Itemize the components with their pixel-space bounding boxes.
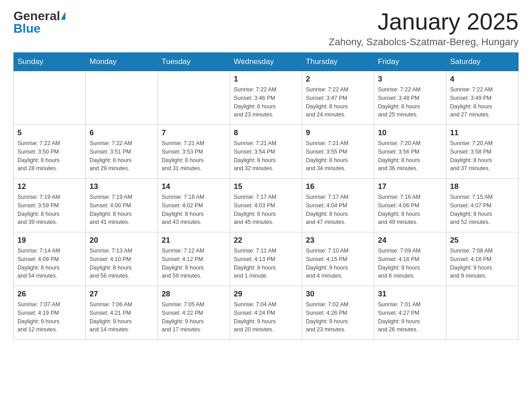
calendar-cell <box>446 286 519 340</box>
day-info: Sunrise: 7:06 AM Sunset: 4:21 PM Dayligh… <box>90 300 154 334</box>
calendar-cell: 3Sunrise: 7:22 AM Sunset: 3:48 PM Daylig… <box>374 71 446 125</box>
day-number: 5 <box>17 128 82 137</box>
calendar-subtitle: Zahony, Szabolcs-Szatmar-Bereg, Hungary <box>329 36 519 48</box>
calendar-cell: 1Sunrise: 7:22 AM Sunset: 3:46 PM Daylig… <box>230 71 302 125</box>
calendar-cell: 12Sunrise: 7:19 AM Sunset: 3:59 PM Dayli… <box>14 179 86 232</box>
day-number: 18 <box>450 182 515 191</box>
calendar-week-1: 1Sunrise: 7:22 AM Sunset: 3:46 PM Daylig… <box>14 71 519 125</box>
calendar-cell: 23Sunrise: 7:10 AM Sunset: 4:15 PM Dayli… <box>302 232 374 286</box>
weekday-header-thursday: Thursday <box>302 53 374 71</box>
day-number: 30 <box>306 290 370 299</box>
calendar-cell: 30Sunrise: 7:02 AM Sunset: 4:26 PM Dayli… <box>302 286 374 340</box>
day-number: 26 <box>17 290 82 299</box>
calendar-cell <box>14 71 86 125</box>
day-info: Sunrise: 7:21 AM Sunset: 3:55 PM Dayligh… <box>306 139 370 173</box>
calendar-cell <box>86 71 158 125</box>
day-number: 11 <box>450 128 515 137</box>
day-info: Sunrise: 7:22 AM Sunset: 3:51 PM Dayligh… <box>90 139 154 173</box>
day-number: 7 <box>162 128 226 137</box>
calendar-cell: 25Sunrise: 7:08 AM Sunset: 4:18 PM Dayli… <box>446 232 519 286</box>
calendar-cell: 11Sunrise: 7:20 AM Sunset: 3:58 PM Dayli… <box>446 125 519 179</box>
calendar-cell: 19Sunrise: 7:14 AM Sunset: 4:09 PM Dayli… <box>14 232 86 286</box>
calendar-cell: 18Sunrise: 7:15 AM Sunset: 4:07 PM Dayli… <box>446 179 519 232</box>
day-info: Sunrise: 7:19 AM Sunset: 3:59 PM Dayligh… <box>17 193 82 227</box>
day-info: Sunrise: 7:16 AM Sunset: 4:06 PM Dayligh… <box>378 193 442 227</box>
day-info: Sunrise: 7:01 AM Sunset: 4:27 PM Dayligh… <box>378 300 442 334</box>
calendar-week-2: 5Sunrise: 7:22 AM Sunset: 3:50 PM Daylig… <box>14 125 519 179</box>
day-info: Sunrise: 7:08 AM Sunset: 4:18 PM Dayligh… <box>450 247 515 280</box>
day-number: 1 <box>234 75 298 84</box>
day-number: 14 <box>162 182 226 191</box>
day-number: 16 <box>306 182 370 191</box>
day-info: Sunrise: 7:18 AM Sunset: 4:02 PM Dayligh… <box>162 193 226 227</box>
day-info: Sunrise: 7:10 AM Sunset: 4:15 PM Dayligh… <box>306 247 370 280</box>
calendar-cell: 29Sunrise: 7:04 AM Sunset: 4:24 PM Dayli… <box>230 286 302 340</box>
weekday-header-tuesday: Tuesday <box>158 53 230 71</box>
day-info: Sunrise: 7:14 AM Sunset: 4:09 PM Dayligh… <box>17 247 82 280</box>
calendar-cell: 28Sunrise: 7:05 AM Sunset: 4:22 PM Dayli… <box>158 286 230 340</box>
calendar-cell: 26Sunrise: 7:07 AM Sunset: 4:19 PM Dayli… <box>14 286 86 340</box>
weekday-header-saturday: Saturday <box>446 53 519 71</box>
day-info: Sunrise: 7:09 AM Sunset: 4:16 PM Dayligh… <box>378 247 442 280</box>
day-number: 4 <box>450 75 515 84</box>
day-info: Sunrise: 7:19 AM Sunset: 4:00 PM Dayligh… <box>90 193 154 227</box>
weekday-header-sunday: Sunday <box>14 53 86 71</box>
day-info: Sunrise: 7:21 AM Sunset: 3:53 PM Dayligh… <box>162 139 226 173</box>
weekday-header-row: SundayMondayTuesdayWednesdayThursdayFrid… <box>14 53 519 71</box>
calendar-table: SundayMondayTuesdayWednesdayThursdayFrid… <box>13 52 519 340</box>
calendar-cell: 5Sunrise: 7:22 AM Sunset: 3:50 PM Daylig… <box>14 125 86 179</box>
day-number: 22 <box>234 236 298 245</box>
day-info: Sunrise: 7:22 AM Sunset: 3:49 PM Dayligh… <box>450 86 515 119</box>
calendar-cell: 10Sunrise: 7:20 AM Sunset: 3:56 PM Dayli… <box>374 125 446 179</box>
calendar-cell: 7Sunrise: 7:21 AM Sunset: 3:53 PM Daylig… <box>158 125 230 179</box>
calendar-cell: 9Sunrise: 7:21 AM Sunset: 3:55 PM Daylig… <box>302 125 374 179</box>
day-number: 9 <box>306 128 370 137</box>
day-info: Sunrise: 7:07 AM Sunset: 4:19 PM Dayligh… <box>17 300 82 334</box>
day-number: 19 <box>17 236 82 245</box>
calendar-cell: 15Sunrise: 7:17 AM Sunset: 4:03 PM Dayli… <box>230 179 302 232</box>
day-info: Sunrise: 7:22 AM Sunset: 3:46 PM Dayligh… <box>234 86 298 119</box>
calendar-cell: 31Sunrise: 7:01 AM Sunset: 4:27 PM Dayli… <box>374 286 446 340</box>
day-number: 20 <box>90 236 154 245</box>
logo-triangle-icon <box>61 12 65 20</box>
day-number: 10 <box>378 128 442 137</box>
weekday-header-monday: Monday <box>86 53 158 71</box>
day-number: 8 <box>234 128 298 137</box>
calendar-week-5: 26Sunrise: 7:07 AM Sunset: 4:19 PM Dayli… <box>14 286 519 340</box>
day-number: 2 <box>306 75 370 84</box>
calendar-cell: 16Sunrise: 7:17 AM Sunset: 4:04 PM Dayli… <box>302 179 374 232</box>
calendar-cell: 20Sunrise: 7:13 AM Sunset: 4:10 PM Dayli… <box>86 232 158 286</box>
calendar-cell: 22Sunrise: 7:11 AM Sunset: 4:13 PM Dayli… <box>230 232 302 286</box>
calendar-cell <box>158 71 230 125</box>
calendar-cell: 13Sunrise: 7:19 AM Sunset: 4:00 PM Dayli… <box>86 179 158 232</box>
calendar-cell: 2Sunrise: 7:22 AM Sunset: 3:47 PM Daylig… <box>302 71 374 125</box>
day-number: 3 <box>378 75 442 84</box>
day-info: Sunrise: 7:17 AM Sunset: 4:03 PM Dayligh… <box>234 193 298 227</box>
weekday-header-friday: Friday <box>374 53 446 71</box>
day-info: Sunrise: 7:05 AM Sunset: 4:22 PM Dayligh… <box>162 300 226 334</box>
weekday-header-wednesday: Wednesday <box>230 53 302 71</box>
calendar-cell: 27Sunrise: 7:06 AM Sunset: 4:21 PM Dayli… <box>86 286 158 340</box>
day-number: 21 <box>162 236 226 245</box>
calendar-title: January 2025 <box>329 9 519 34</box>
calendar-cell: 21Sunrise: 7:12 AM Sunset: 4:12 PM Dayli… <box>158 232 230 286</box>
day-number: 17 <box>378 182 442 191</box>
calendar-cell: 4Sunrise: 7:22 AM Sunset: 3:49 PM Daylig… <box>446 71 519 125</box>
logo-blue-text: Blue <box>13 21 41 35</box>
day-info: Sunrise: 7:20 AM Sunset: 3:56 PM Dayligh… <box>378 139 442 173</box>
day-number: 6 <box>90 128 154 137</box>
day-info: Sunrise: 7:21 AM Sunset: 3:54 PM Dayligh… <box>234 139 298 173</box>
calendar-cell: 17Sunrise: 7:16 AM Sunset: 4:06 PM Dayli… <box>374 179 446 232</box>
day-info: Sunrise: 7:11 AM Sunset: 4:13 PM Dayligh… <box>234 247 298 280</box>
day-number: 15 <box>234 182 298 191</box>
day-number: 29 <box>234 290 298 299</box>
calendar-cell: 14Sunrise: 7:18 AM Sunset: 4:02 PM Dayli… <box>158 179 230 232</box>
day-info: Sunrise: 7:17 AM Sunset: 4:04 PM Dayligh… <box>306 193 370 227</box>
day-info: Sunrise: 7:02 AM Sunset: 4:26 PM Dayligh… <box>306 300 370 334</box>
day-number: 13 <box>90 182 154 191</box>
calendar-cell: 6Sunrise: 7:22 AM Sunset: 3:51 PM Daylig… <box>86 125 158 179</box>
calendar-cell: 24Sunrise: 7:09 AM Sunset: 4:16 PM Dayli… <box>374 232 446 286</box>
day-number: 27 <box>90 290 154 299</box>
day-number: 25 <box>450 236 515 245</box>
day-number: 28 <box>162 290 226 299</box>
